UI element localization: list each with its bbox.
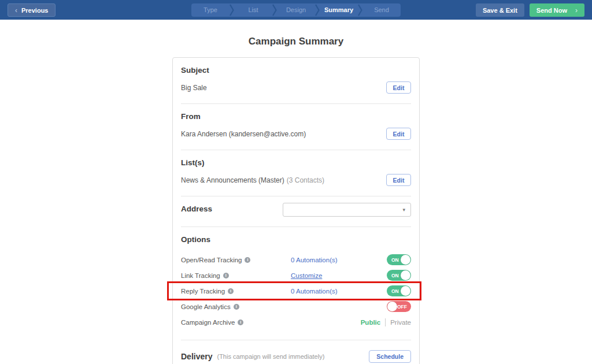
address-heading: Address [181, 205, 212, 213]
send-now-label: Send Now [536, 7, 567, 14]
step-separator-icon [358, 3, 362, 17]
toggle-knob [401, 255, 410, 265]
open-read-tracking-label: Open/Read Tracking [181, 257, 242, 263]
address-select[interactable]: ▾ [283, 203, 411, 217]
toggle-knob [387, 302, 397, 311]
step-separator-icon [230, 3, 234, 17]
forward-chevron-icon: › [575, 6, 578, 14]
reply-tracking-row: Reply Tracking i 0 Automation(s) ON [181, 283, 411, 299]
customize-link[interactable]: Customize [291, 272, 322, 279]
send-now-button[interactable]: Send Now › [530, 3, 584, 17]
info-icon[interactable]: i [234, 304, 239, 310]
from-section: From Kara Andersen (kandersen@active.com… [181, 104, 411, 150]
archive-public-option[interactable]: Public [361, 319, 381, 326]
step-send-label: Send [374, 6, 389, 13]
step-separator-icon [315, 3, 320, 17]
schedule-button[interactable]: Schedule [369, 350, 411, 363]
toggle-off-label: OFF [397, 301, 407, 312]
reply-tracking-label: Reply Tracking [181, 288, 225, 295]
archive-private-option[interactable]: Private [390, 319, 411, 326]
address-section: Address ▾ [181, 196, 411, 227]
subject-section: Subject Big Sale Edit [181, 58, 411, 104]
lists-value: News & Announcements (Master) [181, 176, 284, 184]
info-icon[interactable]: i [228, 288, 234, 294]
info-icon[interactable]: i [238, 320, 243, 325]
delivery-heading: Delivery [181, 352, 212, 361]
open-read-automations-link[interactable]: 0 Automation(s) [291, 257, 338, 263]
reply-tracking-toggle[interactable]: ON [387, 285, 411, 296]
previous-button-label: Previous [21, 7, 48, 14]
options-section: Options Open/Read Tracking i 0 Automatio… [181, 227, 411, 340]
campaign-summary-card: Subject Big Sale Edit From Kara Andersen… [172, 57, 420, 364]
vertical-divider [385, 318, 386, 326]
wizard-steps: Type List Design Summary Send [191, 3, 401, 17]
options-heading: Options [181, 235, 411, 244]
previous-button[interactable]: ‹ Previous [8, 3, 56, 17]
step-summary[interactable]: Summary [320, 3, 358, 17]
step-design-label: Design [286, 6, 306, 13]
page-title: Campaign Summary [0, 36, 592, 47]
step-type-label: Type [204, 6, 217, 13]
google-analytics-label: Google Analytics [181, 303, 231, 310]
toggle-on-label: ON [391, 254, 399, 265]
edit-subject-button[interactable]: Edit [386, 81, 411, 94]
link-tracking-row: Link Tracking i Customize ON [181, 268, 411, 283]
step-type[interactable]: Type [191, 3, 230, 17]
toggle-knob [401, 286, 410, 296]
toggle-knob [401, 270, 410, 280]
from-heading: From [181, 112, 411, 121]
step-list-label: List [248, 6, 258, 13]
step-separator-icon [272, 3, 277, 17]
edit-lists-button[interactable]: Edit [386, 174, 411, 186]
google-analytics-row: Google Analytics i OFF [181, 299, 411, 314]
lists-contact-count: (3 Contacts) [287, 176, 324, 184]
open-read-tracking-row: Open/Read Tracking i 0 Automation(s) ON [181, 252, 411, 268]
from-value: Kara Andersen (kandersen@active.com) [181, 130, 306, 138]
campaign-archive-label: Campaign Archive [181, 319, 235, 326]
subject-heading: Subject [181, 66, 411, 75]
link-tracking-label: Link Tracking [181, 272, 220, 279]
info-icon[interactable]: i [245, 257, 250, 263]
link-tracking-toggle[interactable]: ON [387, 270, 411, 281]
toggle-on-label: ON [391, 270, 399, 281]
delivery-note: (This campaign will send immediately) [217, 353, 324, 360]
lists-section: List(s) News & Announcements (Master) (3… [181, 150, 411, 196]
top-navigation-bar: ‹ Previous Type List Design Summary Send [0, 0, 592, 20]
back-chevron-icon: ‹ [15, 6, 17, 14]
open-read-tracking-toggle[interactable]: ON [387, 254, 411, 265]
delivery-section: Delivery (This campaign will send immedi… [181, 340, 411, 364]
edit-from-button[interactable]: Edit [386, 128, 411, 140]
step-send[interactable]: Send [362, 3, 401, 17]
google-analytics-toggle[interactable]: OFF [387, 301, 411, 312]
topbar-actions: Save & Exit Send Now › [476, 3, 584, 17]
info-icon[interactable]: i [223, 273, 229, 278]
step-list[interactable]: List [234, 3, 272, 17]
reply-automations-link[interactable]: 0 Automation(s) [291, 288, 338, 295]
step-summary-label: Summary [324, 6, 353, 13]
campaign-archive-row: Campaign Archive i Public Private [181, 314, 411, 330]
step-design[interactable]: Design [277, 3, 315, 17]
lists-heading: List(s) [181, 158, 411, 167]
save-exit-button[interactable]: Save & Exit [476, 3, 524, 17]
toggle-on-label: ON [391, 285, 399, 296]
chevron-down-icon: ▾ [402, 207, 405, 213]
subject-value: Big Sale [181, 84, 207, 92]
